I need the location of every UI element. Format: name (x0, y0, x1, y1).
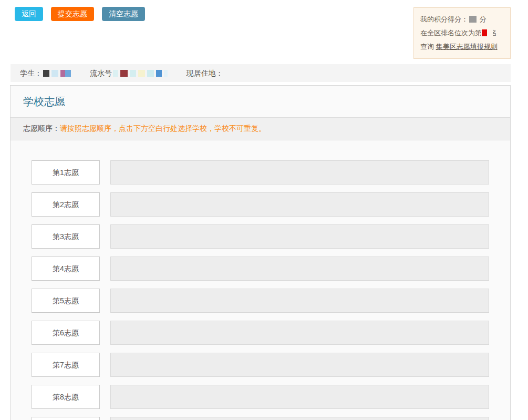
preference-slot[interactable] (110, 224, 489, 249)
redacted-score-value (469, 16, 477, 23)
preference-rows: 第1志愿 第2志愿 第3志愿 第4志愿 第5志愿 第6志愿 第7志愿 第8志愿 … (11, 140, 510, 420)
score-info-box: 我的积分得分： 分 在全区排名位次为第 名 查询 集美区志愿填报规则 (413, 7, 511, 59)
redacted-student-name (43, 70, 49, 77)
preference-label: 第9志愿 (32, 417, 100, 420)
panel-instruction-bar: 志愿顺序：请按照志愿顺序，点击下方空白行处选择学校，学校不可重复。 (11, 118, 510, 140)
filling-rules-link[interactable]: 集美区志愿填报规则 (436, 43, 498, 50)
preference-label: 第5志愿 (32, 289, 100, 313)
rank-line: 在全区排名位次为第 名 (420, 26, 504, 40)
preference-label: 第8志愿 (32, 385, 100, 409)
clear-preferences-button[interactable]: 清空志愿 (102, 7, 145, 21)
preference-label: 第6志愿 (32, 321, 100, 345)
preference-row: 第1志愿 (32, 160, 489, 185)
rank-line-suffix: 名 (490, 26, 497, 40)
redacted-student-name-4 (65, 70, 71, 77)
student-label: 学生： (20, 69, 42, 77)
preference-row: 第7志愿 (32, 353, 489, 377)
redacted-serial-5 (147, 70, 154, 77)
serial-group: 流水号 (90, 69, 171, 77)
rules-line: 查询 集美区志愿填报规则 (420, 40, 504, 54)
redacted-serial-6 (156, 70, 162, 77)
redacted-serial-3 (130, 70, 136, 77)
preference-slot[interactable] (110, 192, 489, 217)
residence-label: 现居住地： (187, 69, 223, 77)
toolbar: 返回 提交志愿 清空志愿 (15, 7, 145, 21)
score-line-suffix: 分 (480, 15, 486, 23)
preference-row: 第6志愿 (32, 321, 489, 345)
redacted-student-name-2 (51, 70, 58, 77)
rank-line-prefix: 在全区排名位次为第 (420, 29, 482, 37)
redacted-student-name-3 (60, 70, 65, 77)
score-line-prefix: 我的积分得分： (420, 15, 468, 23)
preference-row: 第4志愿 (32, 257, 489, 281)
preference-label: 第4志愿 (32, 257, 100, 281)
serial-label: 流水号 (90, 69, 112, 77)
residence-group: 现居住地： (187, 69, 223, 77)
preference-slot[interactable] (110, 321, 489, 345)
preference-row: 第8志愿 (32, 385, 489, 409)
panel-header: 学校志愿 (11, 86, 510, 118)
redacted-serial-2 (120, 70, 128, 77)
preference-row: 第5志愿 (32, 289, 489, 313)
rules-line-prefix: 查询 (420, 43, 434, 50)
preference-slot[interactable] (110, 257, 489, 281)
redacted-serial-1 (113, 70, 118, 77)
student-group: 学生： (20, 69, 74, 77)
student-info-bar: 学生： 流水号 现居住地： (11, 64, 511, 82)
preference-row: 第3志愿 (32, 224, 489, 249)
page-title: 学校志愿 (23, 96, 65, 107)
submit-preferences-button[interactable]: 提交志愿 (51, 7, 94, 21)
redacted-rank-value (482, 29, 487, 36)
back-button[interactable]: 返回 (15, 7, 43, 21)
redacted-serial-7 (164, 70, 168, 77)
preference-slot[interactable] (110, 417, 489, 420)
order-label: 志愿顺序： (23, 124, 60, 132)
preference-slot[interactable] (110, 385, 489, 409)
preference-slot[interactable] (110, 289, 489, 313)
preference-row: 第9志愿 (32, 417, 489, 420)
preference-slot[interactable] (110, 353, 489, 377)
preference-slot[interactable] (110, 160, 489, 185)
preference-label: 第2志愿 (32, 192, 100, 217)
school-preference-panel: 学校志愿 志愿顺序：请按照志愿顺序，点击下方空白行处选择学校，学校不可重复。 第… (10, 85, 511, 420)
preference-label: 第1志愿 (32, 160, 100, 185)
score-line: 我的积分得分： 分 (420, 13, 504, 26)
preference-row: 第2志愿 (32, 192, 489, 217)
redacted-serial-4 (138, 70, 145, 77)
preference-label: 第3志愿 (32, 224, 100, 249)
preference-label: 第7志愿 (32, 353, 100, 377)
order-instruction: 请按照志愿顺序，点击下方空白行处选择学校，学校不可重复。 (60, 124, 266, 132)
